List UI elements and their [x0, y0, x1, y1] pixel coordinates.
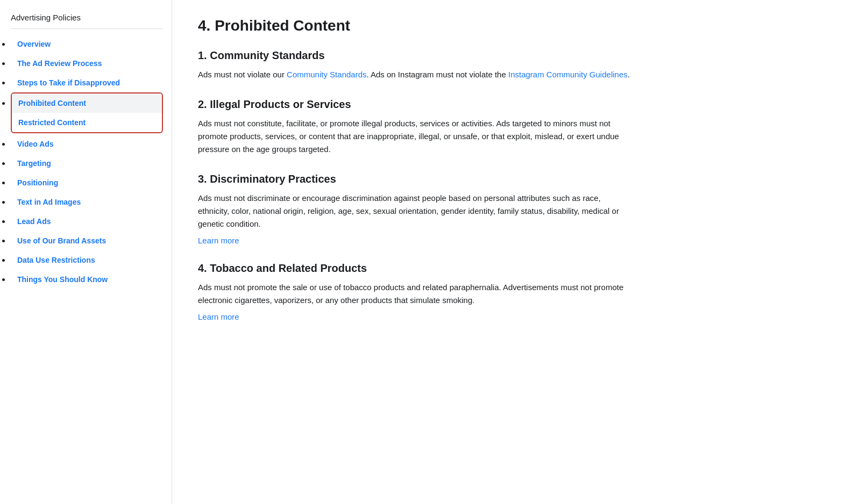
sidebar-item-restricted-content[interactable]: Restricted Content [12, 113, 162, 132]
sidebar-item-ad-review-process[interactable]: The Ad Review Process [11, 54, 163, 73]
sidebar: Advertising Policies OverviewThe Ad Revi… [0, 0, 172, 504]
sidebar-item-positioning[interactable]: Positioning [11, 173, 163, 192]
sidebar-item-things-you-should-know[interactable]: Things You Should Know [11, 270, 163, 289]
page-title: 4. Prohibited Content [198, 17, 630, 34]
sidebar-item-brand-assets[interactable]: Use of Our Brand Assets [11, 231, 163, 250]
sidebar-title: Advertising Policies [11, 13, 163, 22]
instagram-guidelines-link[interactable]: Instagram Community Guidelines [508, 70, 628, 79]
sidebar-item-targeting[interactable]: Targeting [11, 154, 163, 173]
sidebar-item-lead-ads[interactable]: Lead Ads [11, 212, 163, 231]
main-content: 4. Prohibited Content 1. Community Stand… [172, 0, 656, 504]
section-community-standards: 1. Community StandardsAds must not viola… [198, 49, 630, 81]
sidebar-item-steps-disapproved[interactable]: Steps to Take if Disapproved [11, 73, 163, 92]
section-discriminatory-practices: 3. Discriminatory PracticesAds must not … [198, 173, 630, 245]
sidebar-item-video-ads[interactable]: Video Ads [11, 134, 163, 154]
sidebar-item-text-in-ad-images[interactable]: Text in Ad Images [11, 192, 163, 212]
section-title-illegal-products: 2. Illegal Products or Services [198, 98, 630, 111]
sidebar-item-data-use-restrictions[interactable]: Data Use Restrictions [11, 250, 163, 270]
learn-more-link-tobacco[interactable]: Learn more [198, 312, 630, 321]
sidebar-item-prohibited-content[interactable]: Prohibited Content [12, 93, 162, 113]
section-body-tobacco: Ads must not promote the sale or use of … [198, 281, 630, 307]
section-title-discriminatory-practices: 3. Discriminatory Practices [198, 173, 630, 185]
learn-more-link-discriminatory-practices[interactable]: Learn more [198, 236, 630, 245]
sidebar-item-overview[interactable]: Overview [11, 34, 163, 54]
section-illegal-products: 2. Illegal Products or ServicesAds must … [198, 98, 630, 156]
section-body-community-standards: Ads must not violate our Community Stand… [198, 68, 630, 81]
section-body-illegal-products: Ads must not constitute, facilitate, or … [198, 117, 630, 156]
sections-container: 1. Community StandardsAds must not viola… [198, 49, 630, 321]
sidebar-divider [11, 28, 163, 29]
section-title-tobacco: 4. Tobacco and Related Products [198, 262, 630, 275]
community-standards-link[interactable]: Community Standards [287, 70, 366, 79]
section-tobacco: 4. Tobacco and Related ProductsAds must … [198, 262, 630, 321]
section-title-community-standards: 1. Community Standards [198, 49, 630, 62]
highlighted-group: Prohibited ContentRestricted Content [11, 92, 163, 133]
section-body-discriminatory-practices: Ads must not discriminate or encourage d… [198, 192, 630, 231]
sidebar-nav: OverviewThe Ad Review ProcessSteps to Ta… [11, 34, 163, 289]
